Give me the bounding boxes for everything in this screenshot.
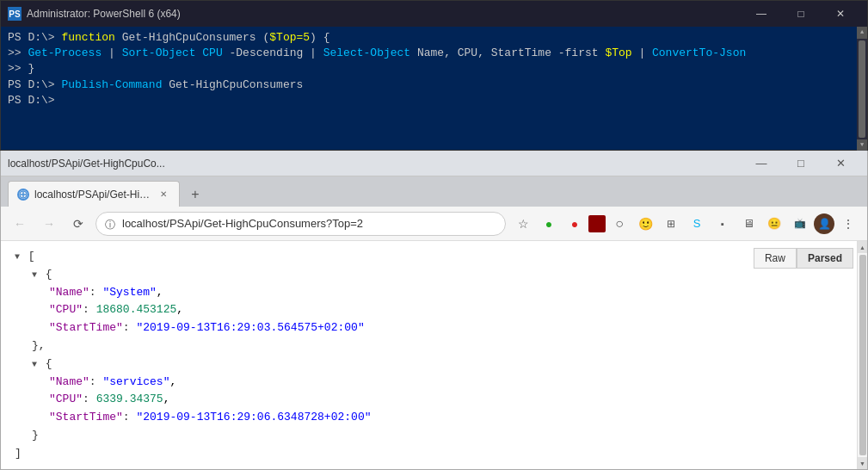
- bookmark-icon[interactable]: ☆: [511, 212, 535, 236]
- browser-maximize-button[interactable]: □: [781, 151, 821, 176]
- browser-scroll-down[interactable]: ▼: [858, 457, 868, 469]
- browser-content: ▼ [ ▼ { "Name": "System", "CPU": 18680.4…: [1, 241, 867, 469]
- ps-minimize-button[interactable]: —: [742, 1, 781, 27]
- browser-scrollbar[interactable]: ▲ ▼: [857, 241, 867, 469]
- json-item-0-close: },: [32, 337, 853, 356]
- browser-minimize-button[interactable]: —: [742, 151, 781, 176]
- raw-button[interactable]: Raw: [754, 248, 797, 269]
- browser-navbar: ← → ⟳ ⓘ localhost/PSApi/Get-HighCpuConsu…: [1, 207, 867, 241]
- ps-title: Administrator: PowerShell 6 (x64): [27, 8, 181, 20]
- ps-scrollbar[interactable]: ▲ ▼: [857, 27, 867, 152]
- json-viewer: ▼ [ ▼ { "Name": "System", "CPU": 18680.4…: [1, 241, 867, 469]
- red-circle-icon[interactable]: ●: [563, 212, 587, 236]
- skype-icon[interactable]: S: [685, 212, 709, 236]
- browser-scroll-up[interactable]: ▲: [858, 241, 868, 253]
- item1-toggle[interactable]: ▼: [32, 360, 37, 369]
- item0-toggle[interactable]: ▼: [32, 270, 37, 280]
- ps-terminal-content: PS D:\> function Get-HighCpuConsumers ($…: [1, 27, 867, 152]
- ps-window-controls: — □ ✕: [742, 1, 860, 27]
- ps-line-2: >> Get-Process | Sort-Object CPU -Descen…: [8, 46, 860, 61]
- new-tab-button[interactable]: +: [183, 182, 207, 207]
- tab-favicon: [17, 189, 29, 201]
- emoji-icon[interactable]: 🙂: [633, 212, 657, 236]
- json-item-0-cpu: "CPU": 18680.453125,: [49, 301, 853, 319]
- address-text: localhost/PSApi/Get-HighCpuConsumers?Top…: [122, 217, 496, 230]
- browser-title: localhost/PSApi/Get-HighCpuCo...: [8, 158, 165, 170]
- ps-scroll-up[interactable]: ▲: [857, 27, 867, 39]
- forward-button[interactable]: →: [37, 212, 61, 236]
- user-avatar[interactable]: 👤: [814, 213, 834, 234]
- json-item-0-starttime: "StartTime": "2019-09-13T16:29:03.564575…: [49, 319, 853, 337]
- address-info-icon: ⓘ: [105, 218, 117, 230]
- cast-icon[interactable]: 📺: [788, 212, 812, 236]
- json-item-1-starttime: "StartTime": "2019-09-13T16:29:06.634872…: [49, 409, 853, 427]
- powershell-window: PS Administrator: PowerShell 6 (x64) — □…: [0, 0, 868, 151]
- ps-app-icon: PS: [8, 7, 22, 21]
- ps-line-4: PS D:\> Publish-Command Get-HighCpuConsu…: [8, 77, 860, 93]
- square-icon[interactable]: ▪: [711, 212, 735, 236]
- json-root: ▼ [: [15, 248, 853, 266]
- json-item-1-name: "Name": "services",: [49, 374, 853, 392]
- dark-square-icon[interactable]: [588, 215, 606, 232]
- menu-button[interactable]: ⋮: [836, 212, 860, 236]
- json-item-1: ▼ {: [32, 356, 853, 374]
- ps-scroll-thumb[interactable]: [859, 40, 865, 138]
- ps-line-5: PS D:\>: [8, 93, 860, 108]
- face-icon[interactable]: 😐: [762, 212, 786, 236]
- green-circle-icon[interactable]: ●: [537, 212, 561, 236]
- browser-titlebar: localhost/PSApi/Get-HighCpuCo... — □ ✕: [1, 151, 867, 176]
- parsed-button[interactable]: Parsed: [797, 248, 853, 269]
- json-array-close: ]: [15, 445, 853, 463]
- monitor-icon[interactable]: 🖥: [736, 212, 760, 236]
- ps-maximize-button[interactable]: □: [781, 1, 821, 27]
- root-toggle[interactable]: ▼: [15, 252, 20, 262]
- json-item-1-close: }: [32, 427, 853, 445]
- browser-tab-active[interactable]: localhost/PSApi/Get-HighCpuCo... ✕: [8, 181, 180, 207]
- ps-line-1: PS D:\> function Get-HighCpuConsumers ($…: [8, 30, 860, 46]
- tab-label: localhost/PSApi/Get-HighCpuCo...: [34, 189, 151, 201]
- browser-window-controls: — □ ✕: [742, 151, 860, 176]
- grid-icon[interactable]: ⊞: [659, 212, 683, 236]
- ps-titlebar: PS Administrator: PowerShell 6 (x64) — □…: [1, 1, 867, 27]
- toolbar-icons: ☆ ● ● ○ 🙂 ⊞ S ▪ 🖥 😐 📺 👤 ⋮: [511, 212, 860, 236]
- tab-close-button[interactable]: ✕: [157, 188, 170, 201]
- view-toggle: Raw Parsed: [754, 248, 853, 269]
- json-item-0-name: "Name": "System",: [49, 284, 853, 302]
- json-item-1-cpu: "CPU": 6339.34375,: [49, 391, 853, 409]
- refresh-button[interactable]: ⟳: [66, 212, 90, 236]
- address-bar[interactable]: ⓘ localhost/PSApi/Get-HighCpuConsumers?T…: [95, 212, 506, 236]
- browser-close-button[interactable]: ✕: [821, 151, 860, 176]
- back-button[interactable]: ←: [8, 212, 32, 236]
- browser-tabbar: localhost/PSApi/Get-HighCpuCo... ✕ +: [1, 176, 867, 207]
- json-item-0: ▼ {: [32, 266, 853, 284]
- ps-close-button[interactable]: ✕: [821, 1, 860, 27]
- browser-window: localhost/PSApi/Get-HighCpuCo... — □ ✕ l…: [0, 151, 868, 470]
- circle-outline-icon[interactable]: ○: [607, 212, 631, 236]
- browser-scroll-thumb[interactable]: [859, 255, 866, 455]
- ps-line-3: >> }: [8, 61, 860, 77]
